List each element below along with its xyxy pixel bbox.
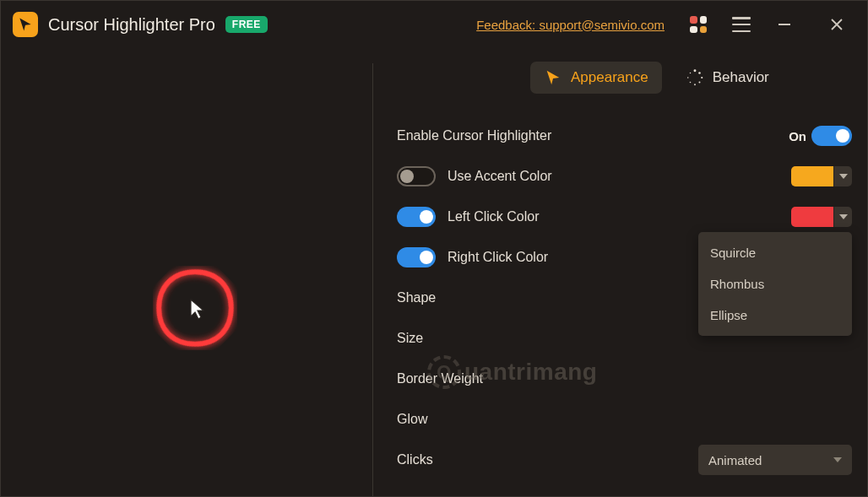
- left-click-toggle[interactable]: [397, 207, 436, 227]
- svg-point-5: [689, 82, 691, 84]
- label: Right Click Color: [448, 250, 548, 265]
- color-swatch: [791, 166, 833, 186]
- row-glow: Glow: [397, 399, 852, 440]
- svg-point-1: [698, 72, 701, 74]
- cursor-icon: [17, 16, 34, 33]
- color-swatch: [791, 207, 833, 227]
- free-badge: FREE: [225, 16, 268, 33]
- preview-pane: [1, 48, 372, 496]
- label: Clicks: [397, 452, 698, 467]
- shape-option-ellipse[interactable]: Ellipse: [698, 300, 852, 331]
- select-value: Animated: [708, 453, 762, 467]
- close-icon: [831, 19, 843, 30]
- cursor-icon: [544, 68, 562, 87]
- app-logo: [13, 12, 38, 37]
- title-bar: Cursor Highlighter Pro FREE Feedback: su…: [1, 1, 867, 48]
- row-enable: Enable Cursor Highlighter On: [397, 116, 852, 156]
- row-left-click-color: Left Click Color: [397, 197, 852, 237]
- shape-option-rhombus[interactable]: Rhombus: [698, 268, 852, 300]
- tab-behavior[interactable]: Behavior: [672, 62, 783, 94]
- row-clicks: Clicks Animated: [397, 440, 852, 480]
- settings-panel: Appearance Behavior Enable Cursor: [373, 48, 867, 496]
- shape-option-squircle[interactable]: Squircle: [698, 237, 852, 268]
- clicks-select[interactable]: Animated: [698, 445, 852, 475]
- svg-point-2: [701, 77, 703, 78]
- minimize-button[interactable]: [766, 9, 803, 40]
- shape-dropdown: Squircle Rhombus Ellipse: [698, 232, 852, 336]
- chevron-down-icon: [833, 457, 842, 462]
- label: Enable Cursor Highlighter: [397, 128, 789, 143]
- main-area: Appearance Behavior Enable Cursor: [1, 48, 867, 496]
- watermark-logo-icon: Q: [427, 355, 461, 389]
- accent-color-picker[interactable]: [791, 166, 852, 186]
- right-click-toggle[interactable]: [397, 247, 436, 267]
- tabs: Appearance Behavior: [530, 62, 852, 94]
- accent-toggle[interactable]: [397, 166, 436, 186]
- svg-point-3: [698, 81, 700, 83]
- svg-point-4: [694, 84, 696, 85]
- tab-label: Appearance: [571, 69, 648, 86]
- label: Shape: [397, 290, 698, 305]
- toggle-state-text: On: [789, 129, 806, 143]
- spinner-icon: [686, 68, 704, 87]
- left-click-color-picker[interactable]: [791, 207, 852, 227]
- svg-point-7: [689, 73, 690, 73]
- apps-grid-icon[interactable]: [690, 16, 707, 33]
- chevron-down-icon: [833, 166, 852, 186]
- tab-appearance[interactable]: Appearance: [530, 62, 662, 94]
- label: Left Click Color: [448, 209, 539, 224]
- label: Glow: [397, 412, 852, 427]
- preview-cursor-icon: [189, 298, 206, 321]
- tab-label: Behavior: [713, 69, 769, 86]
- app-title: Cursor Highlighter Pro: [48, 15, 215, 35]
- chevron-down-icon: [833, 207, 852, 227]
- enable-toggle[interactable]: [811, 126, 852, 146]
- row-accent-color: Use Accent Color: [397, 156, 852, 197]
- svg-point-0: [693, 69, 696, 72]
- feedback-link[interactable]: Feedback: support@semivio.com: [476, 18, 665, 32]
- label: Use Accent Color: [448, 169, 552, 184]
- watermark: Q uantrimang: [427, 355, 597, 389]
- close-button[interactable]: [818, 9, 855, 40]
- menu-icon[interactable]: [732, 17, 751, 32]
- watermark-text: uantrimang: [464, 359, 597, 386]
- svg-point-6: [687, 77, 688, 78]
